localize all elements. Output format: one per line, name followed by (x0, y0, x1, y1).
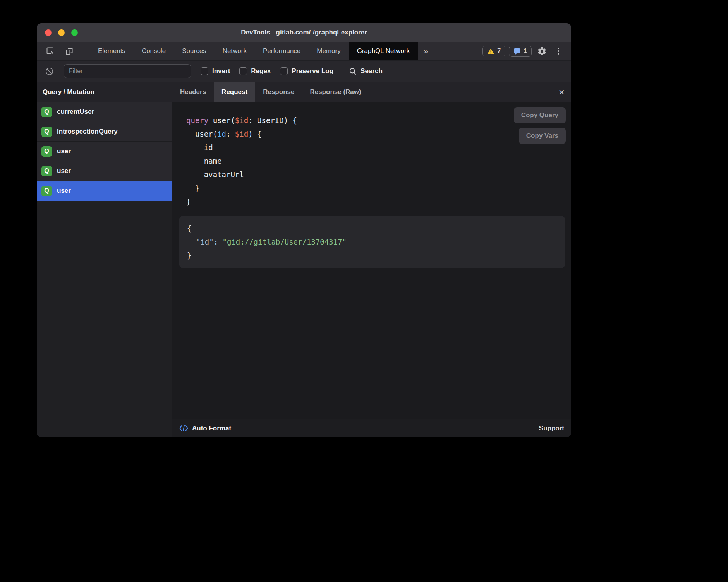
tab-graphql-network[interactable]: GraphQL Network (349, 42, 418, 60)
query-row-label: user (57, 167, 71, 175)
inspect-cursor-icon (46, 46, 55, 56)
query-type-badge: Q (41, 166, 52, 176)
query-row-user-1[interactable]: Q user (37, 142, 172, 161)
regex-checkbox[interactable]: Regex (239, 67, 271, 75)
device-toolbar-button[interactable] (63, 45, 76, 58)
request-query-code: query user($id: UserID) { user(id: $id) … (186, 114, 565, 209)
auto-format-label: Auto Format (192, 425, 231, 432)
window-title: DevTools - gitlab.com/-/graphql-explorer (37, 29, 571, 36)
preserve-log-checkbox-label: Preserve Log (292, 67, 333, 75)
query-row-user-3-selected[interactable]: Q user (37, 181, 172, 201)
tab-request[interactable]: Request (214, 82, 255, 102)
auto-format-button[interactable]: Auto Format (179, 425, 231, 432)
invert-checkbox-input[interactable] (201, 67, 208, 75)
tab-headers[interactable]: Headers (172, 82, 214, 102)
regex-checkbox-label: Regex (251, 67, 271, 75)
warnings-count: 7 (497, 48, 501, 55)
tab-response-raw[interactable]: Response (Raw) (302, 82, 369, 102)
tab-console[interactable]: Console (134, 42, 174, 60)
copy-buttons: Copy Query Copy Vars (514, 107, 566, 144)
toolbar-icons (37, 42, 90, 60)
query-sidebar: Query / Mutation Q currentUser Q Introsp… (37, 82, 172, 437)
more-options-button[interactable] (552, 45, 565, 58)
more-tabs-button[interactable]: » (418, 42, 434, 60)
invert-checkbox-label: Invert (212, 67, 230, 75)
detail-footer: Auto Format Support (172, 419, 571, 437)
block-icon (45, 67, 54, 76)
search-button[interactable]: Search (349, 67, 383, 75)
detail-panel: Headers Request Response Response (Raw) … (172, 82, 571, 437)
invert-checkbox[interactable]: Invert (201, 67, 230, 75)
tab-sources[interactable]: Sources (174, 42, 214, 60)
code-icon (179, 425, 188, 432)
search-label: Search (361, 67, 383, 75)
filter-input[interactable] (64, 64, 191, 78)
toolbar-divider (84, 46, 84, 56)
settings-button[interactable] (535, 45, 548, 58)
tabbar-right-controls: 7 1 (482, 42, 571, 60)
tab-elements[interactable]: Elements (90, 42, 134, 60)
zoom-window-button[interactable] (71, 29, 78, 36)
regex-checkbox-input[interactable] (239, 67, 247, 75)
titlebar: DevTools - gitlab.com/-/graphql-explorer (37, 23, 571, 42)
traffic-lights (45, 23, 78, 42)
query-row-label: user (57, 147, 71, 155)
copy-vars-button[interactable]: Copy Vars (519, 128, 566, 144)
issues-count: 1 (524, 48, 527, 55)
minimize-window-button[interactable] (58, 29, 65, 36)
query-type-badge: Q (41, 186, 52, 196)
query-row-current-user[interactable]: Q currentUser (37, 102, 172, 122)
request-variables-code: { "id": "gid://gitlab/User/13704317"} (187, 222, 557, 262)
query-row-label: IntrospectionQuery (57, 128, 118, 135)
clear-button[interactable] (44, 65, 54, 78)
issues-badge[interactable]: 1 (509, 46, 532, 57)
sidebar-header: Query / Mutation (37, 82, 172, 102)
detail-tabbar: Headers Request Response Response (Raw) … (172, 82, 571, 102)
close-window-button[interactable] (45, 29, 52, 36)
inspect-element-button[interactable] (44, 45, 57, 58)
request-variables-box: { "id": "gid://gitlab/User/13704317"} (179, 216, 565, 268)
gear-icon (537, 46, 547, 56)
devtools-window: DevTools - gitlab.com/-/graphql-explorer… (37, 23, 571, 437)
tab-memory[interactable]: Memory (309, 42, 349, 60)
filter-bar: Invert Regex Preserve Log Search (37, 60, 571, 82)
support-link[interactable]: Support (539, 425, 564, 432)
content-area: Query / Mutation Q currentUser Q Introsp… (37, 82, 571, 437)
preserve-log-checkbox[interactable]: Preserve Log (280, 67, 333, 75)
query-row-user-2[interactable]: Q user (37, 161, 172, 181)
preserve-log-checkbox-input[interactable] (280, 67, 288, 75)
query-row-label: user (57, 187, 71, 195)
warning-triangle-icon (487, 48, 494, 55)
warnings-badge[interactable]: 7 (482, 46, 505, 56)
chat-bubble-icon (513, 48, 521, 55)
query-type-badge: Q (41, 127, 52, 137)
tab-network[interactable]: Network (215, 42, 255, 60)
kebab-menu-icon (558, 48, 559, 55)
copy-query-button[interactable]: Copy Query (514, 107, 566, 123)
devtools-tabbar: Elements Console Sources Network Perform… (37, 42, 571, 60)
tab-performance[interactable]: Performance (255, 42, 309, 60)
device-toolbar-icon (65, 46, 74, 56)
search-icon (349, 67, 357, 75)
close-panel-button[interactable]: × (552, 87, 571, 97)
tab-response[interactable]: Response (255, 82, 302, 102)
query-type-badge: Q (41, 107, 52, 117)
query-row-label: currentUser (57, 108, 94, 116)
query-row-introspection-query[interactable]: Q IntrospectionQuery (37, 122, 172, 142)
query-type-badge: Q (41, 146, 52, 157)
request-detail-body: query user($id: UserID) { user(id: $id) … (172, 102, 571, 419)
